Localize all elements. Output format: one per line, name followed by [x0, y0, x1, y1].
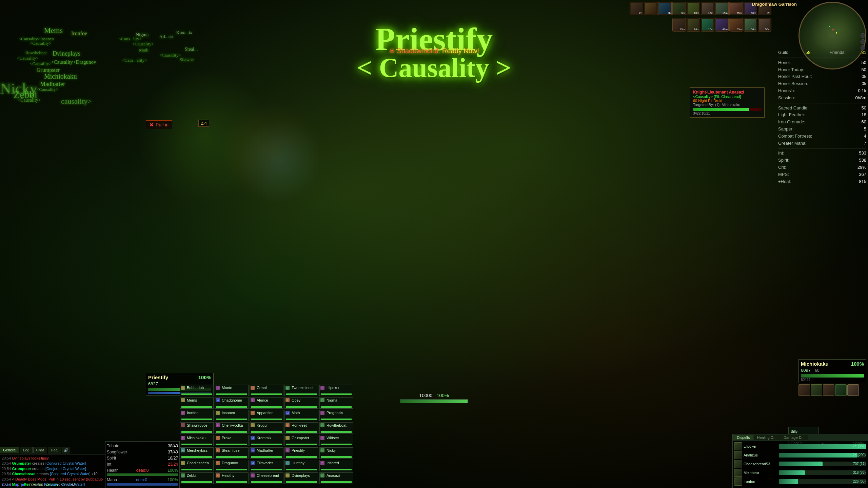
raid-hp-fill-krommix [251, 444, 282, 445]
raid-member-math[interactable]: MMath [284, 410, 318, 421]
raid-hp-bar-nigma [321, 406, 352, 408]
heal-tab-dispells[interactable]: Dispells [733, 435, 753, 440]
chat-time-4: 20:54 [2, 472, 11, 476]
raid-member-mems[interactable]: WMems [180, 397, 214, 409]
raid-member-charliesheen[interactable]: WCharliesheen [180, 460, 214, 471]
raid-hp-fill-grumpster [286, 444, 317, 445]
boss-buff-2[interactable] [644, 2, 657, 15]
raid-hp-fill-math [286, 419, 317, 420]
raid-member-michiokaku[interactable]: PMichiokaku [180, 435, 214, 446]
nav-next-icon[interactable]: ► [20, 482, 26, 488]
tab-general[interactable]: General [0, 447, 19, 453]
raid-member-lilpoker[interactable]: PLilpoker [319, 385, 353, 396]
raid-member-filmvader[interactable]: MFilmvader [250, 460, 283, 471]
buff-r2-7[interactable]: 50m [758, 18, 771, 32]
nav-prev-icon[interactable]: ◄ [14, 482, 19, 488]
pull-in-button[interactable]: ✖ Pull in [146, 120, 172, 129]
raid-member-ooey[interactable]: ROoey [284, 397, 318, 409]
heal-tab-healing[interactable]: Healing D... [754, 435, 780, 440]
boss-buff-4[interactable]: 9m [672, 2, 686, 15]
raid-member-prognosis[interactable]: PPrognosis [319, 410, 353, 421]
raid-member-crmnl[interactable]: RCrmnl [250, 385, 283, 396]
raid-member-irishred[interactable]: PIrishred [319, 460, 353, 471]
raid-member-krugur[interactable]: WKrugur [250, 422, 283, 434]
buff-r2-1[interactable]: 13m [672, 18, 686, 32]
greater-mana-label: Greater Mana: [778, 140, 807, 147]
raid-member-nicky[interactable]: DNicky [319, 447, 353, 459]
buff-r2-2[interactable]: 14m [687, 18, 700, 32]
raid-class-icon-cherryvodka: P [216, 423, 220, 427]
boss-buff-1[interactable]: 2h [630, 2, 643, 15]
minimap-zoom-out[interactable] [861, 39, 865, 44]
raid-member-insaneo[interactable]: WInsaneo [215, 410, 249, 421]
raid-hp-bar-ronkreet [286, 431, 317, 433]
heal-row-0: Lilpoker2K (382) [734, 442, 866, 450]
raid-member-chadgnome[interactable]: MChadgnome [215, 397, 249, 409]
raid-member-proxa[interactable]: RProxa [215, 435, 249, 446]
raid-member-monte[interactable]: PMonte [215, 385, 249, 396]
boss-buff-7[interactable]: 15m [715, 2, 729, 15]
tab-chat[interactable]: Chat [33, 447, 47, 453]
raid-member-rowtheboat[interactable]: DRowtheboat [319, 422, 353, 434]
pull-in-label: Pull in [156, 122, 169, 127]
raid-member-mersheykiss[interactable]: HMersheykiss [180, 447, 214, 459]
heal-entry-name-0: Lilpoker [744, 444, 777, 448]
raid-member-wittsee[interactable]: PWittsee [319, 435, 353, 446]
raid-member-steamfuse[interactable]: RSteamfuse [215, 447, 249, 459]
raid-member-apparition[interactable]: RApparition [250, 410, 283, 421]
honor-past-hour-label: Honor Past Hour: [778, 73, 812, 80]
heal-tabs: Dispells Healing D... Damage D... [733, 434, 868, 441]
raid-member-krommix[interactable]: MKrommix [250, 435, 283, 446]
buff-r2-5[interactable]: 53m [729, 18, 743, 32]
raid-member-ironfoe[interactable]: PIronfoe [180, 410, 214, 421]
raid-member-grumpster[interactable]: WGrumpster [284, 435, 318, 446]
raid-member-hunttay[interactable]: HHunttay [284, 460, 318, 471]
heal-stat-val: 815 [859, 178, 866, 185]
boss-buff-8[interactable]: 55m [729, 2, 743, 15]
buff-r2-6[interactable]: 54m [744, 18, 757, 32]
raid-class-icon-dvineplays: W [285, 473, 290, 477]
boss-buff-icon-4[interactable] [835, 384, 847, 396]
guild-text-main: < Causality > [357, 53, 511, 83]
chat-volume-btn[interactable]: 🔊 [62, 447, 70, 453]
raid-member-shawnroyce[interactable]: SShawnroyce [180, 422, 214, 434]
buff-r2-3[interactable]: 16m [701, 18, 714, 32]
heal-tab-damage[interactable]: Damage D... [780, 435, 808, 440]
raid-hp-fill-nicky [321, 456, 352, 458]
raid-member-nigma[interactable]: DNigma [319, 397, 353, 409]
buff-r2-4[interactable]: 42m [715, 18, 729, 32]
heal-entry-name-1: Analizue [744, 453, 777, 457]
raid-member-madhatter[interactable]: MMadhatter [250, 447, 283, 459]
boss-buff-icon-1[interactable] [798, 384, 810, 396]
raid-class-icon-zebbi: D [181, 473, 185, 477]
boss-buff-icon-5[interactable] [847, 384, 859, 396]
raid-class-icon-bubbadub: W [181, 386, 185, 390]
raid-member-bubbadub[interactable]: WBubbadub [180, 385, 214, 396]
friends-label: Friends: [830, 49, 846, 56]
raid-member-priestify[interactable]: PPriestify [284, 447, 318, 459]
raid-hp-fill-shawnroyce [181, 431, 212, 433]
raid-member-dragunov[interactable]: RDragunov [215, 460, 249, 471]
boss-buff-3[interactable]: 2h [658, 2, 672, 15]
raid-class-icon-wittsee: P [320, 436, 324, 440]
chat-item-2: [Conjured Crystal Water] [45, 461, 86, 465]
raid-class-icon-hunttay: H [285, 461, 290, 465]
session-label: Session: [778, 95, 795, 102]
raid-member-ronkreet[interactable]: RRonkreet [284, 422, 318, 434]
boss-buff-6[interactable]: 15m [701, 2, 714, 15]
tab-log[interactable]: Log [20, 447, 32, 453]
raid-member-alence[interactable]: PAlence [250, 397, 283, 409]
boss-buff-icon-2[interactable] [811, 384, 822, 396]
int-stat-label: Int [107, 461, 111, 467]
boss-frame: Michiokaku 100% 6097 60 60429 [798, 359, 866, 396]
tab-heal[interactable]: Heal [48, 447, 62, 453]
raid-name-mersheykiss: Mersheykiss [181, 448, 212, 452]
health-stat-label: Health [107, 467, 119, 473]
boss-buff-5[interactable]: 10m [687, 2, 700, 15]
boss-buff-icon-3[interactable] [823, 384, 834, 396]
raid-member-cherryvodka[interactable]: PCherryvodka [215, 422, 249, 434]
minimap-zoom-in[interactable] [861, 33, 865, 38]
player-hp-num: 6827 [148, 381, 158, 386]
raid-member-tweezminest[interactable]: DTweezminest [284, 385, 318, 396]
raid-class-icon-nicky: D [320, 448, 324, 452]
